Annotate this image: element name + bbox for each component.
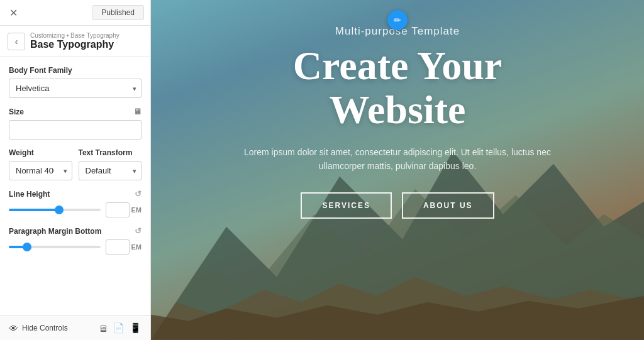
header-text: Customizing • Base Typography Base Typog…: [30, 32, 119, 50]
reset-icon[interactable]: ↺: [135, 189, 142, 199]
weight-transform-row: Weight Normal 400 Light 300 Bold 700 Ext…: [9, 148, 142, 189]
line-height-slider-track[interactable]: [9, 209, 101, 211]
line-height-input[interactable]: 1,6: [106, 202, 130, 217]
paragraph-reset-icon[interactable]: ↺: [135, 226, 142, 236]
breadcrumb: Customizing • Base Typography: [30, 32, 119, 39]
body-font-family-wrapper: Helvetica Arial Georgia Times New Roman …: [9, 79, 142, 98]
panel-title: Base Typography: [30, 39, 119, 50]
paragraph-margin-label: Paragraph Margin Bottom ↺: [9, 226, 142, 236]
pencil-icon: ✏: [394, 15, 401, 25]
size-label: Size 🖥: [9, 107, 142, 116]
paragraph-margin-value-box: 1 EM: [106, 239, 142, 255]
line-height-unit: EM: [131, 206, 142, 214]
text-transform-select[interactable]: Default Uppercase Lowercase Capitalize: [79, 161, 142, 180]
size-input[interactable]: 16: [9, 120, 142, 140]
body-font-family-select[interactable]: Helvetica Arial Georgia Times New Roman …: [9, 79, 142, 98]
panel-footer: 👁 Hide Controls 🖥 📄 📱: [0, 315, 150, 340]
panel-content: Body Font Family Helvetica Arial Georgia…: [0, 57, 150, 315]
weight-select-wrapper: Normal 400 Light 300 Bold 700 Extra Bold…: [9, 161, 72, 180]
preview-area: ✏ Multi-purpose Template Create YourWebs…: [151, 0, 644, 340]
text-transform-label: Text Transform: [79, 148, 142, 157]
line-height-slider-thumb[interactable]: [55, 206, 64, 214]
line-height-value-box: 1,6 EM: [106, 202, 142, 217]
line-height-slider-row: 1,6 EM: [9, 202, 142, 217]
services-button[interactable]: SERVICES: [301, 192, 391, 219]
paragraph-margin-group: Paragraph Margin Bottom ↺ 1 EM: [9, 226, 142, 255]
top-bar: ✕ Published: [0, 0, 150, 26]
desktop-icon[interactable]: 🖥: [98, 323, 108, 334]
device-icon: 🖥: [133, 107, 142, 116]
line-height-label: Line Height ↺: [9, 189, 142, 199]
back-button[interactable]: ‹: [8, 33, 25, 50]
weight-group: Weight Normal 400 Light 300 Bold 700 Ext…: [9, 148, 72, 180]
text-transform-select-wrapper: Default Uppercase Lowercase Capitalize ▾: [79, 161, 142, 180]
preview-title: Create YourWebsite: [293, 44, 502, 133]
line-height-slider-fill: [9, 209, 59, 211]
eye-icon: 👁: [9, 323, 18, 334]
hide-controls-button[interactable]: 👁 Hide Controls: [9, 323, 93, 334]
weight-select[interactable]: Normal 400 Light 300 Bold 700 Extra Bold…: [9, 161, 72, 180]
size-group: Size 🖥 16: [9, 107, 142, 140]
close-button[interactable]: ✕: [6, 6, 20, 19]
text-transform-group: Text Transform Default Uppercase Lowerca…: [79, 148, 142, 180]
body-font-family-label: Body Font Family: [9, 66, 142, 75]
hide-controls-label: Hide Controls: [22, 324, 68, 332]
panel-header: ‹ Customizing • Base Typography Base Typ…: [0, 26, 150, 57]
left-panel: ✕ Published ‹ Customizing • Base Typogra…: [0, 0, 151, 340]
preview-body: Lorem ipsum dolor sit amet, consectetur …: [234, 145, 561, 173]
paragraph-margin-unit: EM: [131, 243, 142, 251]
paragraph-margin-slider-thumb[interactable]: [23, 243, 31, 251]
weight-label: Weight: [9, 148, 72, 157]
preview-content: ✏ Multi-purpose Template Create YourWebs…: [151, 0, 644, 340]
paragraph-margin-slider-track[interactable]: [9, 246, 101, 248]
mobile-icon[interactable]: 📱: [130, 322, 142, 334]
edit-button[interactable]: ✏: [387, 10, 408, 30]
paragraph-margin-input[interactable]: 1: [106, 239, 130, 255]
tablet-icon[interactable]: 📄: [113, 322, 125, 334]
preview-buttons: SERVICES ABOUT US: [301, 192, 494, 219]
body-font-family-group: Body Font Family Helvetica Arial Georgia…: [9, 66, 142, 98]
paragraph-margin-slider-row: 1 EM: [9, 239, 142, 255]
about-button[interactable]: ABOUT US: [402, 192, 494, 219]
line-height-group: Line Height ↺ 1,6 EM: [9, 189, 142, 217]
published-button[interactable]: Published: [92, 5, 144, 20]
